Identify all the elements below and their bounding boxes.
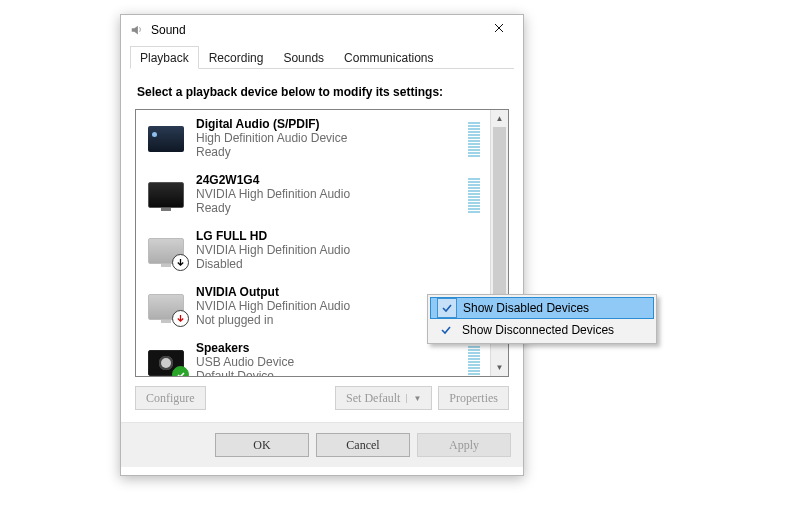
tab-communications[interactable]: Communications xyxy=(334,46,443,69)
instruction-text: Select a playback device below to modify… xyxy=(137,85,507,99)
set-default-button[interactable]: Set Default ▼ xyxy=(335,386,432,410)
tabstrip: Playback Recording Sounds Communications xyxy=(130,45,514,69)
device-status: Ready xyxy=(196,145,468,159)
chevron-down-icon: ▼ xyxy=(406,394,421,403)
scroll-up-icon[interactable]: ▲ xyxy=(491,110,508,127)
device-desc: NVIDIA High Definition Audio xyxy=(196,187,468,201)
tab-sounds[interactable]: Sounds xyxy=(273,46,334,69)
scroll-thumb[interactable] xyxy=(493,127,506,317)
titlebar: Sound xyxy=(121,15,523,45)
device-icon xyxy=(146,288,186,324)
device-name: 24G2W1G4 xyxy=(196,173,468,187)
device-status: Ready xyxy=(196,201,468,215)
device-name: Digital Audio (S/PDIF) xyxy=(196,117,468,131)
device-icon xyxy=(146,232,186,268)
context-menu-item[interactable]: Show Disconnected Devices xyxy=(430,319,654,341)
device-row[interactable]: Digital Audio (S/PDIF) High Definition A… xyxy=(136,110,490,166)
device-row[interactable]: 24G2W1G4 NVIDIA High Definition Audio Re… xyxy=(136,166,490,222)
tab-playback[interactable]: Playback xyxy=(130,46,199,69)
level-meter xyxy=(468,175,480,213)
device-desc: NVIDIA High Definition Audio xyxy=(196,243,468,257)
device-icon xyxy=(146,344,186,376)
apply-button[interactable]: Apply xyxy=(417,433,511,457)
device-desc: USB Audio Device xyxy=(196,355,468,369)
configure-button[interactable]: Configure xyxy=(135,386,206,410)
ok-button[interactable]: OK xyxy=(215,433,309,457)
set-default-label: Set Default xyxy=(346,391,400,406)
device-icon xyxy=(146,120,186,156)
device-status: Default Device xyxy=(196,369,468,376)
cancel-button[interactable]: Cancel xyxy=(316,433,410,457)
speaker-icon xyxy=(129,22,145,38)
context-menu-label: Show Disconnected Devices xyxy=(462,323,614,337)
check-icon xyxy=(436,320,456,340)
dialog-button-row: OK Cancel Apply xyxy=(121,422,523,467)
context-menu: Show Disabled DevicesShow Disconnected D… xyxy=(427,294,657,344)
device-icon xyxy=(146,176,186,212)
scroll-down-icon[interactable]: ▼ xyxy=(491,359,508,376)
device-status: Disabled xyxy=(196,257,468,271)
context-menu-label: Show Disabled Devices xyxy=(463,301,589,315)
window-title: Sound xyxy=(151,23,477,37)
device-name: LG FULL HD xyxy=(196,229,468,243)
properties-button[interactable]: Properties xyxy=(438,386,509,410)
tab-recording[interactable]: Recording xyxy=(199,46,274,69)
device-desc: High Definition Audio Device xyxy=(196,131,468,145)
device-row[interactable]: LG FULL HD NVIDIA High Definition Audio … xyxy=(136,222,490,278)
check-icon xyxy=(437,298,457,318)
level-meter xyxy=(468,119,480,157)
close-button[interactable] xyxy=(477,14,521,42)
sound-dialog: Sound Playback Recording Sounds Communic… xyxy=(120,14,524,476)
context-menu-item[interactable]: Show Disabled Devices xyxy=(430,297,654,319)
level-meter xyxy=(468,343,480,376)
